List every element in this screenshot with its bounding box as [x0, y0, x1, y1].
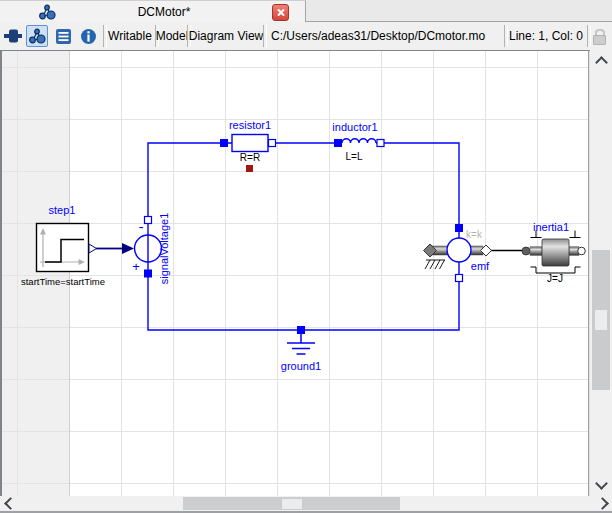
component-emf[interactable]: k=k emf	[424, 224, 492, 282]
writable-status: Writable	[105, 22, 155, 50]
emf-support-hatching	[425, 260, 445, 269]
emf-param: k=k	[466, 229, 483, 240]
diagram-layer: step1 startTime=startTime - + signalVolt…	[0, 50, 590, 496]
inductor1-param: L=L	[346, 151, 363, 162]
step1-label: step1	[49, 204, 76, 216]
inductor1-label: inductor1	[332, 121, 377, 133]
component-inertia1[interactable]: inertia1 J=J	[522, 221, 585, 284]
chevron-down-icon	[595, 477, 608, 490]
resistor1-param: R=R	[240, 152, 260, 163]
chevron-left-icon	[4, 497, 17, 510]
inductor1-pin-n[interactable]	[377, 140, 384, 147]
ground1-label: ground1	[281, 360, 321, 372]
connection-step1-signalvoltage1[interactable]	[96, 243, 134, 254]
icon-view-button[interactable]	[2, 25, 24, 47]
horizontal-scrollbar-thumb[interactable]	[183, 497, 400, 510]
info-icon	[80, 28, 97, 45]
resistor1-heatport[interactable]	[246, 165, 253, 172]
emf-pin-p[interactable]	[455, 224, 463, 232]
signalvoltage1-plus: +	[132, 259, 140, 274]
diagram-view-icon	[28, 28, 46, 44]
scroll-right-button[interactable]	[594, 496, 610, 511]
view-toolbar: Writable Model Diagram View C:/Users/ade…	[0, 22, 612, 50]
inertia1-label: inertia1	[533, 221, 569, 233]
omedit-window: DCMotor*	[0, 0, 612, 513]
resistor1-pin-n[interactable]	[269, 140, 276, 147]
step1-param: startTime=startTime	[21, 276, 105, 287]
modelica-model-icon	[38, 4, 56, 20]
inductor1-pin-p[interactable]	[334, 139, 342, 147]
cursor-position-label: Line: 1, Col: 0	[506, 22, 586, 50]
resistor1-label: resistor1	[229, 119, 271, 131]
emf-label: emf	[471, 260, 490, 272]
emf-pin-n[interactable]	[456, 275, 463, 282]
documentation-view-button[interactable]	[77, 25, 99, 47]
scrollbar-grip	[282, 499, 302, 509]
chevron-right-icon	[596, 497, 609, 510]
signal-arrow-icon	[122, 243, 134, 254]
view-name-label: Diagram View	[189, 22, 263, 50]
signalvoltage1-label: signalVoltage1	[158, 213, 170, 285]
horizontal-scrollbar[interactable]	[0, 496, 612, 511]
component-inductor1[interactable]: inductor1 L=L	[332, 121, 384, 162]
wire-emf-signalvoltage[interactable]	[148, 262, 459, 330]
component-resistor1[interactable]: resistor1 R=R	[220, 119, 276, 172]
toolbar-separator	[587, 25, 591, 47]
tab-bar: DCMotor*	[0, 0, 612, 22]
component-ground1[interactable]: ground1	[281, 326, 321, 372]
component-signalvoltage1[interactable]: - + signalVoltage1	[132, 213, 169, 285]
close-icon[interactable]	[272, 4, 289, 21]
chevron-up-icon	[595, 56, 608, 69]
text-view-icon	[55, 28, 72, 45]
resistor1-pin-p[interactable]	[220, 139, 228, 147]
scroll-down-button[interactable]	[593, 476, 609, 491]
scrollbar-grip	[595, 310, 607, 330]
signalvoltage1-minus: -	[139, 219, 144, 235]
wire-inductor-emf[interactable]	[376, 143, 459, 224]
vertical-scrollbar[interactable]	[590, 50, 612, 496]
signalvoltage1-pin-p[interactable]	[144, 270, 152, 278]
diagram-view-button[interactable]	[26, 25, 48, 47]
model-type-label: Model	[157, 22, 187, 50]
component-step1[interactable]: step1 startTime=startTime	[21, 204, 105, 287]
inertia1-flange-a[interactable]	[522, 247, 530, 255]
vertical-scrollbar-thumb[interactable]	[592, 250, 610, 390]
scroll-left-button[interactable]	[2, 496, 18, 511]
lock-icon[interactable]	[592, 29, 606, 44]
file-path-label: C:/Users/adeas31/Desktop/DCmotor.mo	[265, 22, 504, 50]
inertia1-flange-b[interactable]	[578, 247, 586, 255]
scroll-up-button[interactable]	[593, 55, 609, 70]
signalvoltage1-pin-n[interactable]	[145, 217, 152, 224]
ground1-pin[interactable]	[297, 326, 305, 334]
inertia1-param: J=J	[547, 273, 563, 284]
text-view-button[interactable]	[52, 25, 74, 47]
tab-title: DCMotor*	[56, 5, 272, 19]
tab-dcmotor[interactable]: DCMotor*	[0, 0, 306, 23]
step1-output-connector[interactable]	[89, 244, 97, 253]
icon-view-icon	[3, 26, 23, 46]
